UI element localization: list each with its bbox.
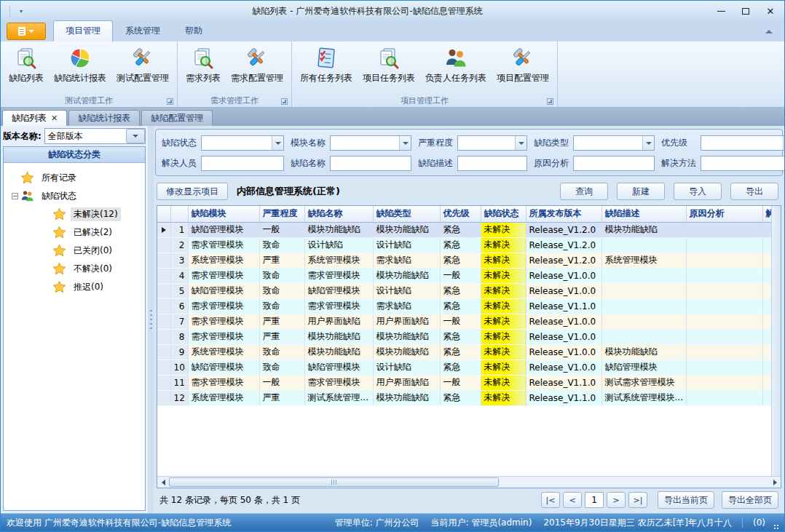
table-row[interactable]: 7需求管理模块严重用户界面缺陷用户界面缺陷一般未解决Release_V1.0.0: [157, 314, 771, 329]
grid-cell: [762, 253, 771, 268]
horizontal-scrollbar[interactable]: [157, 476, 781, 488]
filter-combobox-模块名称[interactable]: [330, 135, 411, 151]
column-header-缺陷模块[interactable]: 缺陷模块: [188, 206, 259, 222]
column-header-解决方法[interactable]: 解决方法: [762, 206, 771, 222]
grid-cell: [762, 283, 771, 298]
next-page-button[interactable]: >: [607, 492, 626, 508]
dialog-launcher-icon[interactable]: [547, 98, 553, 105]
filter-input-原因分析[interactable]: [573, 156, 655, 171]
ribbon-button-项目任务列表[interactable]: 项目任务列表: [358, 43, 420, 95]
table-row[interactable]: 11需求管理模块一般需求管理模块用户界面缺陷一般未解决Release_V1.1.…: [157, 375, 771, 390]
grid-cell: 紧急: [440, 237, 481, 253]
toolbar-button-导入[interactable]: 导入: [674, 183, 722, 200]
ribbon-button-缺陷统计报表[interactable]: 缺陷统计报表: [49, 43, 111, 95]
filter-combobox-缺陷状态[interactable]: [201, 135, 284, 151]
scroll-left-button[interactable]: [157, 477, 169, 488]
ribbon-button-缺陷列表[interactable]: 缺陷列表: [4, 43, 49, 95]
tree-item-0[interactable]: 所有记录: [4, 169, 145, 187]
table-row[interactable]: 1缺陷管理模块一般模块功能缺陷模块功能缺陷紧急未解决Release_V1.2.0…: [157, 222, 771, 237]
table-row[interactable]: 4需求管理模块致命需求管理模块模块功能缺陷一般未解决Release_V1.0.0: [157, 268, 771, 283]
doc-tab-1[interactable]: 缺陷统计报表: [68, 110, 140, 126]
close-tab-icon[interactable]: ✕: [51, 114, 58, 123]
toolbar-button-新建[interactable]: 新建: [617, 183, 665, 200]
combo-dropdown-button[interactable]: [642, 136, 654, 150]
dialog-launcher-icon[interactable]: [167, 98, 173, 105]
column-header-缺陷状态[interactable]: 缺陷状态: [481, 206, 526, 222]
tree-item-6[interactable]: 推迟(0): [4, 278, 145, 296]
tree-item-4[interactable]: 已关闭(0): [4, 242, 145, 260]
resize-grip-icon[interactable]: [771, 519, 778, 526]
table-row[interactable]: 12系统管理模块严重测试系统管理...模块功能缺陷紧急未解决Release_V1…: [157, 390, 771, 405]
ribbon-button-所有任务列表[interactable]: 所有任务列表: [295, 43, 358, 95]
table-row[interactable]: 5缺陷管理模块致命缺陷管理模块设计缺陷紧急未解决Release_V1.0.0: [157, 283, 771, 298]
filter-input-缺陷名称[interactable]: [330, 156, 411, 171]
statusbar: 欢迎使用 广州爱奇迪软件科技有限公司-缺陷信息管理系统 管理单位: 广州分公司 …: [1, 513, 784, 531]
ribbon-button-需求列表[interactable]: 需求列表: [181, 43, 226, 95]
table-row[interactable]: 6需求管理模块致命需求管理模块需求缺陷紧急未解决Release_V1.1.0: [157, 298, 771, 314]
ribbon-tab-0[interactable]: 项目管理: [53, 20, 113, 41]
ribbon-button-项目配置管理[interactable]: 项目配置管理: [492, 43, 554, 95]
collapse-ribbon-icon[interactable]: [765, 30, 773, 33]
version-combobox[interactable]: 全部版本: [44, 128, 146, 144]
tree-item-2[interactable]: 未解决(12): [4, 205, 145, 223]
filter-combobox-缺陷类型[interactable]: [573, 135, 655, 151]
combo-dropdown-button[interactable]: [126, 129, 145, 143]
ribbon-tab-2[interactable]: 帮助: [173, 20, 215, 41]
page-number-input[interactable]: [585, 492, 604, 508]
table-row[interactable]: 10缺陷管理模块致命缺陷管理模块设计缺陷紧急未解决Release_V1.0.0缺…: [157, 360, 771, 375]
filter-input-解决方法[interactable]: [701, 156, 785, 171]
doc-tab-label: 缺陷配置管理: [151, 112, 203, 124]
last-page-button[interactable]: >|: [628, 492, 647, 508]
tree-item-3[interactable]: 已解决(2): [4, 223, 145, 242]
combo-dropdown-button[interactable]: [272, 136, 283, 150]
app-menu-button[interactable]: [7, 23, 46, 40]
filter-input-解决人员[interactable]: [201, 156, 284, 171]
collapse-node-icon[interactable]: −: [12, 193, 18, 199]
table-row[interactable]: 2需求管理模块致命设计缺陷设计缺陷紧急未解决Release_V1.2.0: [157, 237, 771, 253]
filter-combobox-优先级[interactable]: [701, 135, 785, 151]
filter-label: 优先级: [661, 137, 698, 149]
column-header-优先级[interactable]: 优先级: [440, 206, 481, 222]
filter-combobox-严重程度[interactable]: [457, 135, 527, 151]
minimize-button[interactable]: [710, 4, 732, 18]
column-header-严重程度[interactable]: 严重程度: [259, 206, 304, 222]
close-button[interactable]: ✕: [760, 4, 781, 18]
export-current-page-button[interactable]: 导出当前页: [658, 491, 714, 509]
prev-page-button[interactable]: <: [563, 492, 582, 508]
tree-item-1[interactable]: −缺陷状态: [4, 187, 145, 205]
column-header-所属发布版本[interactable]: 所属发布版本: [526, 206, 601, 222]
maximize-button[interactable]: [735, 4, 757, 18]
scrollbar-thumb[interactable]: [169, 477, 499, 487]
doc-tab-0[interactable]: 缺陷列表✕: [2, 110, 67, 126]
table-row[interactable]: 8需求管理模块严重模块功能缺陷模块功能缺陷紧急未解决Release_V1.0.0: [157, 329, 771, 344]
first-page-button[interactable]: |<: [541, 492, 560, 508]
quick-access-toolbar[interactable]: ▾: [16, 4, 25, 19]
toolbar-button-查询[interactable]: 查询: [560, 183, 608, 200]
combo-dropdown-button[interactable]: [399, 136, 411, 150]
ribbon-button-测试配置管理[interactable]: 测试配置管理: [111, 43, 174, 95]
combo-dropdown-button[interactable]: [515, 136, 526, 150]
ribbon-button-负责人任务列表[interactable]: 负责人任务列表: [420, 43, 492, 95]
column-header-缺陷名称[interactable]: 缺陷名称: [304, 206, 373, 222]
toolbar-button-导出[interactable]: 导出: [730, 183, 778, 200]
row-number: 5: [170, 283, 188, 298]
filter-input-缺陷描述[interactable]: [457, 156, 527, 171]
tree-item-5[interactable]: 不解决(0): [4, 260, 145, 278]
table-row[interactable]: 3系统管理模块严重系统管理模块需求缺陷紧急未解决Release_V1.2.0系统…: [157, 253, 771, 268]
ribbon-button-label: 所有任务列表: [300, 72, 352, 84]
doc-tab-2[interactable]: 缺陷配置管理: [141, 110, 213, 126]
modify-display-items-button[interactable]: 修改显示项目: [157, 183, 228, 200]
column-header-缺陷描述[interactable]: 缺陷描述: [601, 206, 686, 222]
grid-cell: 紧急: [440, 360, 481, 375]
export-all-pages-button[interactable]: 导出全部页: [722, 491, 778, 509]
table-row[interactable]: 9系统管理模块致命模块功能缺陷模块功能缺陷紧急未解决Release_V1.0.0…: [157, 344, 771, 360]
dialog-launcher-icon[interactable]: [281, 98, 288, 105]
column-header-缺陷类型[interactable]: 缺陷类型: [373, 206, 440, 222]
splitter-handle[interactable]: [148, 126, 154, 513]
ribbon-button-需求配置管理[interactable]: 需求配置管理: [226, 43, 288, 95]
column-header-原因分析[interactable]: 原因分析: [686, 206, 762, 222]
grid-cell: 需求管理模块: [304, 375, 373, 390]
vertical-scrollbar[interactable]: [771, 206, 781, 476]
scroll-right-button[interactable]: [769, 477, 781, 488]
ribbon-tab-1[interactable]: 系统管理: [113, 20, 173, 41]
